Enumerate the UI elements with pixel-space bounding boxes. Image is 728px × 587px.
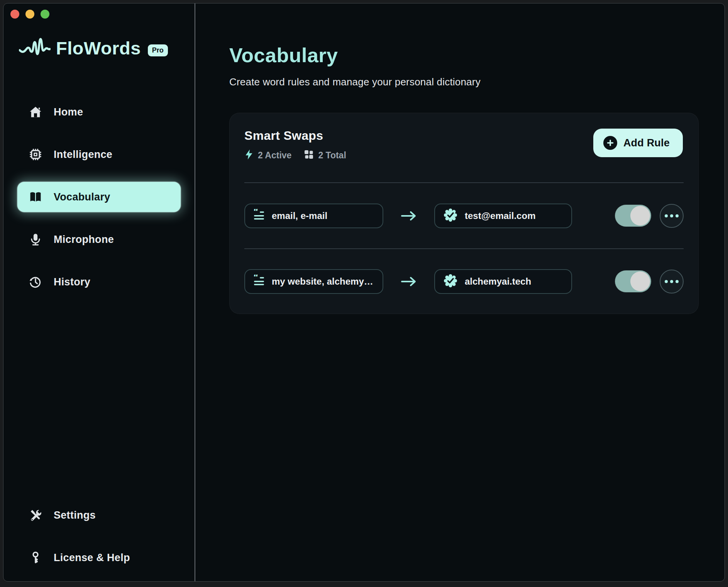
toggle-knob bbox=[630, 271, 650, 291]
rule-enabled-toggle[interactable] bbox=[615, 270, 651, 292]
sidebar-item-settings[interactable]: Settings bbox=[17, 500, 181, 530]
quote-lines-icon: “ bbox=[253, 209, 265, 223]
sidebar-footer: Settings License & Help bbox=[17, 500, 181, 573]
add-rule-label: Add Rule bbox=[623, 137, 670, 149]
app-window: FloWords Pro Home bbox=[3, 3, 725, 582]
card-header: Smart Swaps 2 Active bbox=[230, 113, 698, 161]
rule-more-button[interactable] bbox=[660, 204, 684, 228]
sidebar-item-label: Vocabulary bbox=[54, 191, 110, 203]
sidebar-item-license-help[interactable]: License & Help bbox=[17, 543, 181, 573]
stat-label: 2 Total bbox=[318, 150, 346, 161]
microphone-icon bbox=[28, 232, 43, 246]
rule-more-button[interactable] bbox=[660, 270, 684, 294]
arrow-right-icon bbox=[400, 275, 417, 288]
page-title: Vocabulary bbox=[229, 44, 699, 67]
card-title: Smart Swaps bbox=[244, 129, 346, 143]
waveform-icon bbox=[19, 36, 51, 60]
rule-source-field[interactable]: “ email, e-mail bbox=[244, 204, 383, 228]
grid-icon bbox=[304, 149, 314, 161]
card-stats: 2 Active 2 Total bbox=[244, 149, 346, 161]
rule-source-field[interactable]: “ my website, alchemy… bbox=[244, 269, 383, 294]
sidebar: FloWords Pro Home bbox=[3, 3, 195, 581]
verified-badge-icon bbox=[443, 273, 458, 290]
rule-row: “ my website, alchemy… bbox=[244, 248, 684, 314]
plus-icon bbox=[603, 136, 617, 150]
rule-target-text: test@email.com bbox=[465, 210, 535, 221]
sidebar-item-label: Intelligence bbox=[54, 149, 112, 161]
rule-target-field[interactable]: alchemyai.tech bbox=[434, 269, 572, 294]
verified-badge-icon bbox=[443, 207, 458, 224]
sidebar-item-microphone[interactable]: Microphone bbox=[17, 224, 181, 254]
active-count-stat: 2 Active bbox=[244, 149, 291, 161]
window-controls bbox=[10, 10, 49, 19]
tools-icon bbox=[28, 508, 43, 522]
quote-lines-icon: “ bbox=[253, 275, 265, 288]
sidebar-item-intelligence[interactable]: Intelligence bbox=[17, 139, 181, 170]
smart-swaps-card: Smart Swaps 2 Active bbox=[229, 113, 699, 314]
rule-source-text: email, e-mail bbox=[272, 210, 327, 221]
lightning-icon bbox=[244, 149, 254, 161]
sidebar-item-history[interactable]: History bbox=[17, 267, 181, 297]
app-title: FloWords bbox=[56, 37, 141, 59]
sidebar-item-label: License & Help bbox=[54, 552, 130, 564]
home-icon bbox=[28, 105, 43, 119]
arrow-right-icon bbox=[400, 210, 417, 222]
zoom-button[interactable] bbox=[41, 10, 49, 19]
page-subtitle: Create word rules and manage your person… bbox=[229, 76, 699, 88]
sidebar-item-label: History bbox=[54, 276, 90, 288]
minimize-button[interactable] bbox=[25, 10, 34, 19]
add-rule-button[interactable]: Add Rule bbox=[593, 129, 683, 157]
app-logo: FloWords Pro bbox=[17, 36, 181, 60]
book-icon bbox=[28, 190, 43, 204]
history-clock-icon bbox=[28, 275, 43, 289]
sidebar-item-vocabulary[interactable]: Vocabulary bbox=[17, 182, 181, 212]
ellipsis-icon bbox=[665, 214, 668, 217]
sidebar-item-label: Microphone bbox=[54, 234, 114, 246]
sidebar-item-label: Home bbox=[54, 106, 83, 118]
key-icon bbox=[28, 551, 43, 564]
rule-enabled-toggle[interactable] bbox=[615, 205, 651, 227]
rule-source-text: my website, alchemy… bbox=[272, 276, 373, 287]
toggle-knob bbox=[630, 206, 650, 226]
sidebar-item-home[interactable]: Home bbox=[17, 97, 181, 127]
chip-icon bbox=[28, 148, 43, 161]
ellipsis-icon bbox=[665, 280, 668, 283]
rule-target-field[interactable]: test@email.com bbox=[434, 204, 572, 228]
close-button[interactable] bbox=[10, 10, 19, 19]
rule-target-text: alchemyai.tech bbox=[465, 276, 531, 287]
sidebar-item-label: Settings bbox=[54, 509, 96, 521]
main-content: Vocabulary Create word rules and manage … bbox=[195, 3, 725, 581]
rule-row: “ email, e-mail bbox=[244, 183, 684, 248]
sidebar-nav: Home Intelligence bbox=[17, 97, 181, 309]
stat-label: 2 Active bbox=[258, 150, 291, 161]
pro-badge: Pro bbox=[148, 44, 168, 56]
total-count-stat: 2 Total bbox=[304, 149, 346, 161]
